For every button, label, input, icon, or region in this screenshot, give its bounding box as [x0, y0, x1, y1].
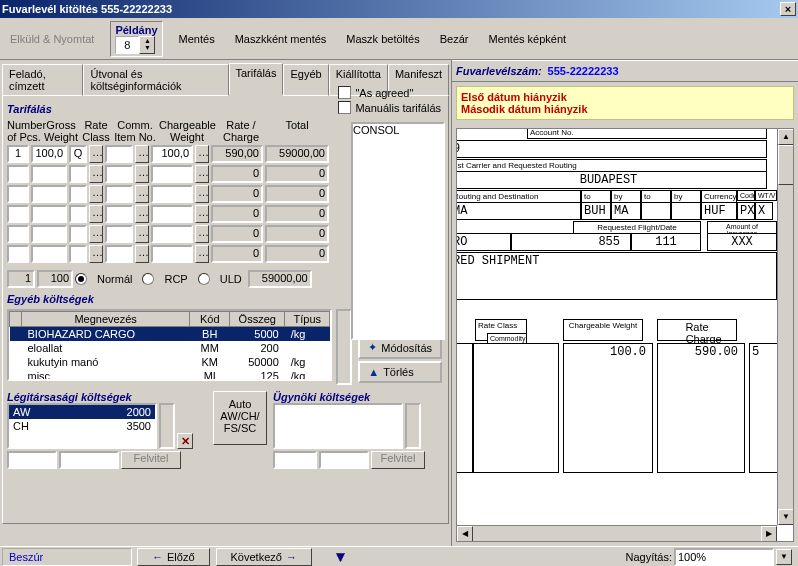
- agent-add-button[interactable]: Felvitel: [371, 451, 425, 469]
- airline-listbox[interactable]: AW2000 CH3500: [7, 403, 157, 449]
- num-input[interactable]: [7, 185, 29, 203]
- delete-button[interactable]: ▲Törlés: [358, 361, 442, 383]
- comm-input[interactable]: [105, 165, 133, 183]
- agent-amount-input[interactable]: [319, 451, 369, 469]
- zoom-input[interactable]: [674, 548, 774, 566]
- rate-picker[interactable]: …: [89, 245, 103, 263]
- manual-tariff-check[interactable]: Manuális tarifálás: [338, 101, 441, 114]
- chg-input[interactable]: [151, 205, 193, 223]
- comm-picker[interactable]: …: [135, 225, 149, 243]
- comm-picker[interactable]: …: [135, 145, 149, 163]
- tab-sender[interactable]: Feladó, címzett: [2, 64, 83, 96]
- chg-picker[interactable]: …: [195, 245, 209, 263]
- gross-input[interactable]: 100,0: [31, 145, 67, 163]
- close-toolbar-button[interactable]: Bezár: [436, 31, 473, 47]
- opt-uld[interactable]: [198, 273, 210, 285]
- comm-picker[interactable]: …: [135, 185, 149, 203]
- chg-picker[interactable]: …: [195, 185, 209, 203]
- agent-scroll[interactable]: [405, 403, 421, 449]
- airline-add-button[interactable]: Felvitel: [121, 451, 181, 469]
- other-costs-grid[interactable]: Megnevezés Kód Összeg Típus BIOHAZARD CA…: [7, 309, 332, 381]
- comm-input[interactable]: [105, 225, 133, 243]
- agent-code-input[interactable]: [273, 451, 317, 469]
- save-image-button[interactable]: Mentés képként: [484, 31, 570, 47]
- rc-cell: 0: [211, 205, 263, 223]
- next-button[interactable]: Következő→: [216, 548, 312, 566]
- chg-picker[interactable]: …: [195, 225, 209, 243]
- rate-input[interactable]: [69, 245, 87, 263]
- close-button[interactable]: ×: [780, 2, 796, 16]
- status-insert: Beszúr: [2, 548, 132, 566]
- agent-listbox[interactable]: [273, 403, 403, 449]
- grid-scrollbar[interactable]: [336, 309, 352, 385]
- load-mask-button[interactable]: Maszk betöltés: [342, 31, 423, 47]
- rate-input[interactable]: Q: [69, 145, 87, 163]
- opt-normal[interactable]: [75, 273, 87, 285]
- tab-other[interactable]: Egyéb: [283, 64, 328, 96]
- airline-amount-input[interactable]: [59, 451, 119, 469]
- rate-picker[interactable]: …: [89, 165, 103, 183]
- opt-rcp[interactable]: [142, 273, 154, 285]
- tab-route[interactable]: Útvonal és költséginformációk: [83, 64, 228, 96]
- chg-input[interactable]: [151, 225, 193, 243]
- gross-input[interactable]: [31, 185, 67, 203]
- comm-picker[interactable]: …: [135, 245, 149, 263]
- rate-input[interactable]: [69, 185, 87, 203]
- comm-picker[interactable]: …: [135, 165, 149, 183]
- send-print-button[interactable]: Elküld & Nyomtat: [6, 31, 98, 47]
- num-input[interactable]: [7, 225, 29, 243]
- copies-spinner[interactable]: ▲▼: [139, 36, 155, 54]
- airline-scroll[interactable]: [159, 403, 175, 449]
- rate-input[interactable]: [69, 165, 87, 183]
- airline-remove-button[interactable]: ✕: [177, 433, 193, 449]
- tab-tariff[interactable]: Tarifálás: [229, 63, 284, 95]
- chg-input[interactable]: [151, 185, 193, 203]
- rate-picker[interactable]: …: [89, 225, 103, 243]
- chg-input[interactable]: [151, 165, 193, 183]
- copies-label: Példány: [115, 24, 157, 36]
- save-button[interactable]: Mentés: [175, 31, 219, 47]
- rate-input[interactable]: [69, 225, 87, 243]
- comm-input[interactable]: [105, 205, 133, 223]
- num-input[interactable]: [7, 205, 29, 223]
- comm-input[interactable]: [105, 245, 133, 263]
- down-arrow-icon[interactable]: ⯆: [335, 551, 346, 563]
- table-row[interactable]: BIOHAZARD CARGOBH5000/kg: [10, 327, 330, 342]
- preview-vscroll[interactable]: ▲ ▼: [777, 129, 793, 525]
- total-cell: 0: [265, 245, 329, 263]
- save-mask-button[interactable]: Maszkként mentés: [231, 31, 331, 47]
- chg-input[interactable]: [151, 245, 193, 263]
- num-input[interactable]: 1: [7, 145, 29, 163]
- gross-input[interactable]: [31, 245, 67, 263]
- table-row[interactable]: eloallatMM200: [10, 341, 330, 355]
- zoom-dropdown[interactable]: ▼: [776, 549, 792, 565]
- gross-input[interactable]: [31, 165, 67, 183]
- copies-input[interactable]: [115, 36, 139, 54]
- preview-hscroll[interactable]: ◀ ▶: [457, 525, 777, 541]
- table-row[interactable]: miscMI125/kg: [10, 369, 330, 381]
- chg-picker[interactable]: …: [195, 165, 209, 183]
- trash-icon: ▲: [368, 366, 379, 378]
- num-input[interactable]: [7, 245, 29, 263]
- consol-list[interactable]: CONSOL: [351, 122, 445, 340]
- document-preview[interactable]: Account No. 9 1st Carrier and Requested …: [456, 128, 794, 542]
- chg-input[interactable]: 100,0: [151, 145, 193, 163]
- rate-picker[interactable]: …: [89, 185, 103, 203]
- rate-picker[interactable]: …: [89, 205, 103, 223]
- col-comm: Comm. Item No.: [113, 119, 157, 143]
- comm-picker[interactable]: …: [135, 205, 149, 223]
- auto-awch-button[interactable]: Auto AW/CH/ FS/SC: [213, 391, 267, 445]
- prev-button[interactable]: ←Előző: [137, 548, 210, 566]
- comm-input[interactable]: [105, 185, 133, 203]
- num-input[interactable]: [7, 165, 29, 183]
- gross-input[interactable]: [31, 225, 67, 243]
- airline-code-input[interactable]: [7, 451, 57, 469]
- rate-input[interactable]: [69, 205, 87, 223]
- gross-input[interactable]: [31, 205, 67, 223]
- chg-picker[interactable]: …: [195, 205, 209, 223]
- table-row[interactable]: kukutyin manóKM50000/kg: [10, 355, 330, 369]
- rate-picker[interactable]: …: [89, 145, 103, 163]
- chg-picker[interactable]: …: [195, 145, 209, 163]
- as-agreed-check[interactable]: "As agreed": [338, 86, 441, 99]
- comm-input[interactable]: [105, 145, 133, 163]
